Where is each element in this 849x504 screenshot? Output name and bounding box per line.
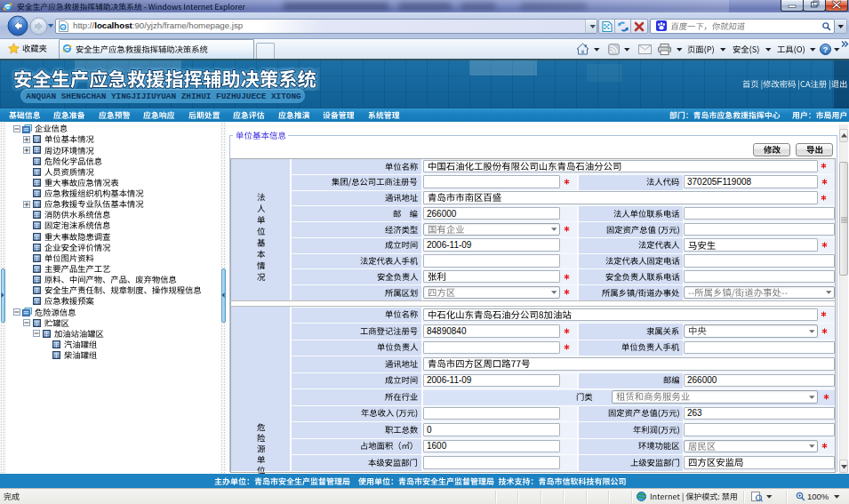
svg-text:?: ? bbox=[823, 44, 829, 53]
